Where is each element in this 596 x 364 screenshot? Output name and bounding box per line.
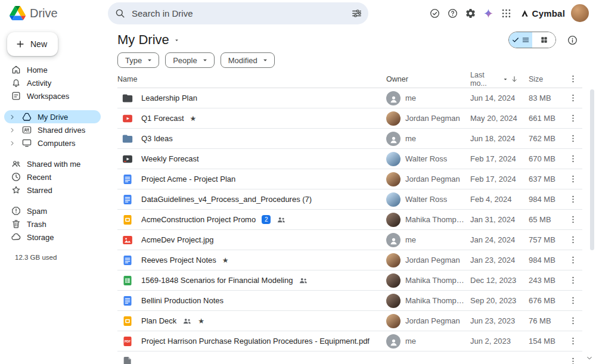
expand-chevron-icon[interactable] (8, 126, 16, 134)
sidebar-item-starred[interactable]: Starred (4, 183, 101, 197)
row-more-icon[interactable] (565, 151, 581, 167)
file-row[interactable]: Plan Deck ★ Jordan Pegman Jun 23, 2023 7… (117, 311, 582, 331)
activity-icon (11, 77, 21, 88)
file-row[interactable]: Project Acme - Project Plan ★ Jordan Peg… (117, 169, 582, 189)
sidebar-item-label: Trash (27, 220, 46, 229)
row-more-icon[interactable] (565, 232, 581, 248)
sidebar-item-label: My Drive (38, 113, 68, 122)
owner-name: me (405, 235, 416, 244)
file-row[interactable]: Weekly Forecast ★ Walter Ross Feb 17, 20… (117, 149, 582, 169)
search-bar[interactable] (108, 2, 368, 24)
file-row[interactable]: Q3 Ideas ★ me Jun 18, 2024 762 MB (117, 129, 582, 149)
row-more-icon[interactable] (565, 354, 581, 364)
page-title-dropdown[interactable]: My Drive (117, 32, 180, 48)
last-modified: Dec 12, 2023 (468, 276, 522, 285)
file-row[interactable]: AcmeDev Project.jpg ★ me Jan 24, 2024 75… (117, 230, 582, 250)
drive-logo-icon (10, 6, 26, 20)
file-row[interactable]: Reeves Project Notes ★ Jordan Pegman Jan… (117, 250, 582, 270)
sidebar-item-my-drive[interactable]: My Drive (4, 110, 101, 123)
owner-avatar (386, 233, 401, 247)
caret-down-icon (145, 56, 154, 64)
file-row[interactable]: Leadership Plan ★ me Jun 14, 2024 83 MB (117, 88, 582, 108)
sidebar-item-storage[interactable]: Storage (4, 231, 101, 244)
row-more-icon[interactable] (565, 253, 581, 268)
file-row[interactable]: 1569-1848 Scenarios for Financial Modeli… (117, 270, 582, 291)
scrollbar-thumb[interactable] (590, 89, 594, 250)
settings-icon[interactable] (462, 4, 480, 22)
file-row[interactable]: DataGuidelines_v4_Process_and_Procedures… (117, 189, 582, 210)
sidebar-item-trash[interactable]: Trash (4, 217, 101, 231)
scrollbar[interactable] (590, 89, 594, 351)
grid-view-button[interactable] (532, 32, 555, 48)
list-view-icon (522, 36, 530, 44)
owner-avatar (386, 253, 401, 267)
details-icon[interactable] (563, 31, 581, 49)
sidebar-item-label: Home (27, 66, 48, 74)
offline-status-icon[interactable] (426, 4, 444, 22)
advanced-search-icon[interactable] (347, 4, 366, 23)
sidebar-item-workspaces[interactable]: Workspaces (4, 89, 101, 102)
sidebar-item-shared-with-me[interactable]: Shared with me (4, 157, 101, 170)
row-more-icon[interactable] (565, 172, 581, 187)
owner-avatar (386, 91, 401, 105)
sidebar-item-recent[interactable]: Recent (4, 170, 101, 183)
new-button[interactable]: New (7, 32, 58, 56)
scroll-down-icon[interactable] (585, 353, 595, 363)
row-more-icon[interactable] (565, 192, 581, 207)
column-header-name[interactable]: Name (117, 75, 381, 83)
list-view-button[interactable] (509, 32, 532, 48)
owner-avatar (386, 334, 401, 349)
filter-chip-people[interactable]: People (165, 52, 214, 68)
search-input[interactable] (129, 8, 347, 18)
drive-logo[interactable]: Drive (0, 6, 108, 20)
row-more-icon[interactable] (565, 334, 581, 349)
gemini-icon[interactable] (480, 4, 498, 22)
file-row[interactable]: ★ (117, 351, 582, 364)
search-icon[interactable] (110, 4, 129, 23)
help-icon[interactable] (444, 4, 462, 22)
column-header-modified[interactable]: Last mo... (468, 71, 522, 88)
sidebar-item-computers[interactable]: Computers (4, 136, 101, 150)
file-size: 65 MB (522, 215, 563, 224)
column-header-size[interactable]: Size (522, 75, 563, 83)
file-row[interactable]: AcmeConstruction Project Promo 2 ★ Mahik… (117, 210, 582, 230)
row-more-icon[interactable] (565, 91, 581, 106)
docs-icon (122, 295, 134, 307)
filter-chip-type[interactable]: Type (117, 52, 159, 68)
owner-name: Jordan Pegman (405, 175, 460, 183)
content-header: My Drive (108, 30, 582, 50)
sidebar-item-home[interactable]: Home (4, 63, 101, 76)
slides-icon (122, 315, 134, 327)
row-more-icon[interactable] (565, 293, 581, 309)
row-more-icon[interactable] (565, 212, 581, 228)
expand-chevron-icon[interactable] (8, 139, 16, 147)
column-header-owner[interactable]: Owner (381, 75, 468, 83)
last-modified: Jun 14, 2024 (468, 94, 522, 102)
sort-descending-icon[interactable] (509, 73, 520, 86)
account-avatar[interactable] (571, 4, 589, 22)
my-drive-icon (21, 111, 32, 122)
row-more-icon[interactable] (565, 313, 581, 329)
column-options-icon[interactable] (565, 71, 581, 87)
sidebar: New Home Activity Workspaces My Drive Sh… (0, 26, 108, 364)
file-size: 984 MB (522, 256, 563, 265)
sidebar-item-activity[interactable]: Activity (4, 76, 101, 89)
sidebar-item-shared-drives[interactable]: Shared drives (4, 123, 101, 136)
file-row[interactable]: Q1 Forecast ★ Jordan Pegman May 20, 2024… (117, 108, 582, 129)
row-more-icon[interactable] (565, 111, 581, 126)
file-size: 154 MB (522, 337, 563, 346)
star-icon: ★ (222, 257, 229, 264)
row-more-icon[interactable] (565, 273, 581, 288)
sidebar-item-label: Storage (27, 233, 54, 242)
file-name: 1569-1848 Scenarios for Financial Modeli… (141, 276, 293, 285)
file-row[interactable]: Project Harrison Purchase Regulation Pro… (117, 331, 582, 351)
filter-chip-modified[interactable]: Modified (221, 52, 275, 68)
apps-grid-icon[interactable] (498, 4, 516, 22)
file-row[interactable]: Bellini Production Notes ★ Mahika Thomps… (117, 291, 582, 311)
workspaces-icon (11, 91, 21, 101)
topbar-actions: Cymbal (426, 4, 596, 22)
sidebar-item-spam[interactable]: Spam (4, 204, 101, 217)
filter-chips: Type People Modified (108, 50, 582, 70)
expand-chevron-icon[interactable] (8, 113, 16, 121)
row-more-icon[interactable] (565, 131, 581, 147)
